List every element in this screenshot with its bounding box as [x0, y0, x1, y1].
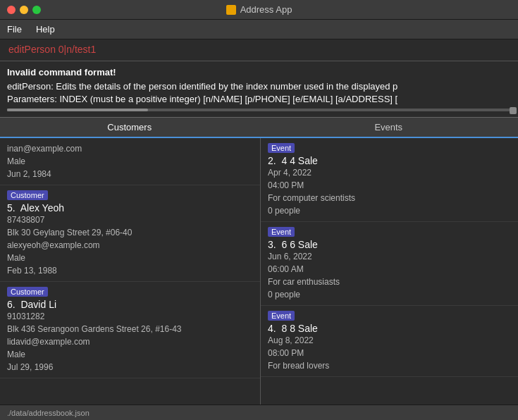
- event-name-4: 4. 8 8 Sale: [268, 323, 511, 334]
- event-name-3: 3. 6 6 Sale: [268, 239, 511, 250]
- customer-gender-6: Male: [7, 348, 253, 361]
- minimize-button[interactable]: [20, 6, 28, 14]
- main-content: inan@example.com Male Jun 2, 1984 Custom…: [0, 138, 518, 420]
- status-path: ./data/addressbook.json: [7, 409, 90, 417]
- event-time-3: 06:00 AM: [268, 263, 511, 276]
- event-badge-2: Event: [268, 143, 295, 153]
- traffic-lights[interactable]: [7, 6, 41, 14]
- event-attendees-2: 0 people: [268, 204, 511, 217]
- customers-panel[interactable]: inan@example.com Male Jun 2, 1984 Custom…: [0, 138, 261, 420]
- title-bar: Address App: [0, 0, 518, 20]
- customer-email-5: alexyeoh@example.com: [7, 239, 253, 252]
- command-area: editPerson 0|n/test1: [0, 39, 518, 61]
- horizontal-scrollbar[interactable]: [7, 109, 511, 111]
- tab-events[interactable]: Events: [259, 118, 519, 137]
- customer-address-5: Blk 30 Geylang Street 29, #06-40: [7, 226, 253, 239]
- vertical-scrollbar-thumb[interactable]: [510, 107, 517, 114]
- menu-bar: File Help: [0, 20, 518, 39]
- event-badge-3: Event: [268, 227, 295, 237]
- partial-dob: Jun 2, 1984: [7, 168, 253, 180]
- partial-email: inan@example.com: [7, 142, 253, 155]
- menu-help[interactable]: Help: [36, 24, 55, 35]
- tab-customers[interactable]: Customers: [0, 118, 259, 138]
- customer-address-6: Blk 436 Serangoon Gardens Street 26, #16…: [7, 323, 253, 335]
- event-name-2: 2. 4 4 Sale: [268, 155, 511, 166]
- customer-dob-6: Jul 29, 1996: [7, 361, 253, 373]
- customer-badge-5: Customer: [7, 190, 48, 200]
- window-title: Address App: [240, 4, 292, 15]
- menu-file[interactable]: File: [7, 24, 22, 35]
- partial-gender: Male: [7, 155, 253, 168]
- output-box: Invalid command format! editPerson: Edit…: [0, 61, 518, 118]
- customer-email-6: lidavid@example.com: [7, 335, 253, 348]
- output-line1: editPerson: Edits the details of the per…: [7, 80, 511, 93]
- event-target-2: For computer scientists: [268, 192, 511, 204]
- event-time-2: 04:00 PM: [268, 179, 511, 192]
- event-attendees-3: 0 people: [268, 288, 511, 301]
- app-icon: [226, 5, 236, 15]
- status-bar: ./data/addressbook.json: [0, 404, 518, 420]
- customer-phone-6: 91031282: [7, 310, 253, 323]
- event-badge-4: Event: [268, 311, 295, 321]
- event-date-3: Jun 6, 2022: [268, 250, 511, 263]
- window-title-area: Address App: [226, 4, 292, 15]
- event-target-4: For bread lovers: [268, 359, 511, 372]
- event-target-3: For car enthusiasts: [268, 276, 511, 288]
- events-panel[interactable]: Event 2. 4 4 Sale Apr 4, 2022 04:00 PM F…: [261, 138, 518, 420]
- customer-name-6: 6. David Li: [7, 299, 253, 310]
- customer-phone-5: 87438807: [7, 214, 253, 226]
- customer-card-6[interactable]: Customer 6. David Li 91031282 Blk 436 Se…: [0, 282, 260, 378]
- event-card-3[interactable]: Event 3. 6 6 Sale Jun 6, 2022 06:00 AM F…: [261, 222, 518, 306]
- customer-badge-6: Customer: [7, 287, 48, 297]
- customer-dob-5: Feb 13, 1988: [7, 264, 253, 277]
- event-time-4: 08:00 PM: [268, 347, 511, 359]
- maximize-button[interactable]: [32, 6, 41, 14]
- command-input-display[interactable]: editPerson 0|n/test1: [8, 44, 510, 55]
- event-date-4: Aug 8, 2022: [268, 334, 511, 347]
- event-date-2: Apr 4, 2022: [268, 166, 511, 179]
- tabs-bar: Customers Events: [0, 118, 518, 138]
- output-line2: Parameters: INDEX (must be a positive in…: [7, 93, 511, 106]
- close-button[interactable]: [7, 6, 16, 14]
- customer-gender-5: Male: [7, 252, 253, 264]
- event-card-2[interactable]: Event 2. 4 4 Sale Apr 4, 2022 04:00 PM F…: [261, 138, 518, 222]
- customer-name-5: 5. Alex Yeoh: [7, 202, 253, 214]
- error-message: Invalid command format!: [7, 67, 511, 78]
- customer-card-5[interactable]: Customer 5. Alex Yeoh 87438807 Blk 30 Ge…: [0, 185, 260, 282]
- event-card-4[interactable]: Event 4. 8 8 Sale Aug 8, 2022 08:00 PM F…: [261, 306, 518, 377]
- horizontal-scrollbar-thumb[interactable]: [7, 109, 148, 111]
- partial-customer-card: inan@example.com Male Jun 2, 1984: [0, 138, 260, 185]
